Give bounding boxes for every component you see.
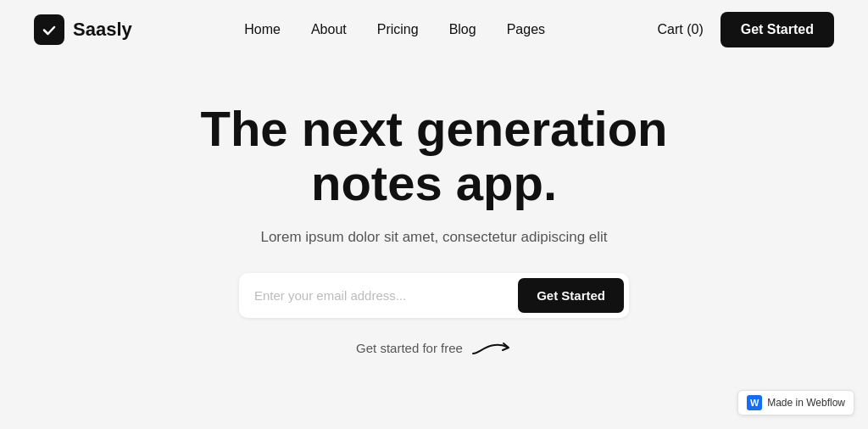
nav-links: Home About Pricing Blog Pages [244,22,545,37]
nav-item-pricing[interactable]: Pricing [377,22,419,36]
navbar: Saasly Home About Pricing Blog Pages Car… [0,0,868,59]
nav-get-started-button[interactable]: Get Started [721,12,834,47]
email-input[interactable] [254,288,518,303]
hero-subtitle: Lorem ipsum dolor sit amet, consectetur … [260,229,607,246]
brand-name: Saasly [73,19,132,41]
nav-item-home[interactable]: Home [244,22,281,36]
logo-icon [34,14,64,45]
form-get-started-button[interactable]: Get Started [518,278,624,313]
nav-item-blog[interactable]: Blog [449,22,476,36]
free-label-text: Get started for free [356,341,463,355]
nav-item-about[interactable]: About [311,22,347,36]
free-label-container: Get started for free [356,335,512,361]
cart-link[interactable]: Cart (0) [658,22,704,37]
webflow-icon: W [747,395,762,410]
arrow-icon [471,335,512,361]
webflow-badge: W Made in Webflow [737,390,854,415]
nav-item-pages[interactable]: Pages [507,22,545,36]
webflow-label: Made in Webflow [767,397,845,409]
checkmark-icon [41,21,58,38]
nav-right: Cart (0) Get Started [658,12,834,47]
brand-logo[interactable]: Saasly [34,14,132,45]
email-form: Get Started [239,273,629,318]
hero-section: The next generation notes app. Lorem ips… [0,59,868,387]
hero-title: The next generation notes app. [180,102,688,210]
